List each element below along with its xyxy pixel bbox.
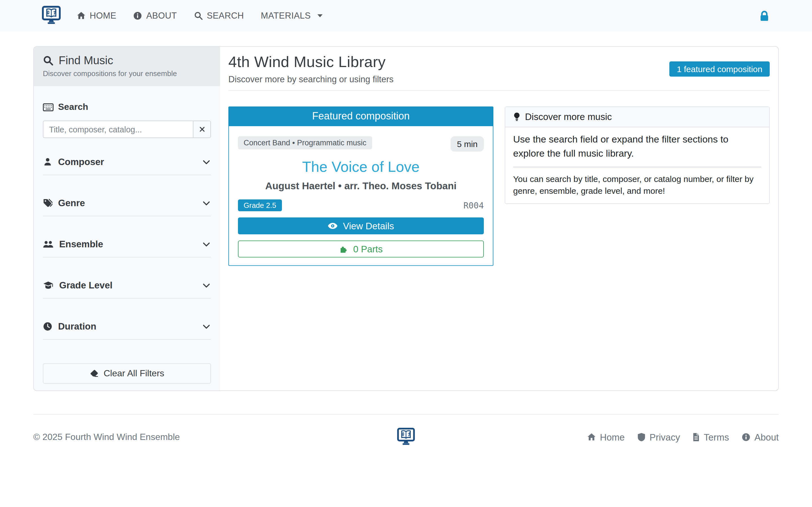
search-input-group bbox=[43, 121, 211, 138]
clear-all-filters-button[interactable]: Clear All Filters bbox=[43, 363, 211, 384]
home-icon bbox=[77, 11, 86, 20]
eraser-icon bbox=[89, 369, 98, 378]
featured-card-body: Concert Band • Programmatic music 5 min … bbox=[229, 126, 493, 265]
footer-link-privacy[interactable]: Privacy bbox=[637, 432, 680, 443]
main-content: 4th Wind Music Library Discover more by … bbox=[220, 47, 778, 390]
view-details-button[interactable]: View Details bbox=[238, 217, 484, 234]
filter-grade-level[interactable]: Grade Level bbox=[43, 280, 211, 298]
info-circle-icon bbox=[742, 433, 751, 442]
clear-all-filters-label: Clear All Filters bbox=[103, 369, 164, 379]
puzzle-piece-icon bbox=[339, 244, 348, 253]
discover-divider bbox=[513, 167, 761, 168]
filter-label: Genre bbox=[58, 198, 196, 209]
filter-duration[interactable]: Duration bbox=[43, 321, 211, 340]
clear-search-button[interactable] bbox=[193, 121, 211, 138]
footer-link-label: Privacy bbox=[650, 432, 680, 443]
footer-link-home[interactable]: Home bbox=[587, 432, 625, 443]
chevron-down-icon bbox=[202, 281, 211, 290]
discover-card-header: Discover more music bbox=[505, 107, 769, 127]
monitor-book-logo-icon bbox=[396, 428, 416, 447]
navbar: HOME ABOUT SEARCH MATERIALS bbox=[0, 0, 812, 32]
file-text-icon bbox=[693, 433, 700, 442]
keyboard-icon bbox=[43, 103, 54, 111]
lightbulb-icon bbox=[513, 112, 520, 122]
nav-item-materials-dropdown[interactable]: MATERIALS bbox=[261, 11, 323, 21]
composition-composer: August Haertel • arr. Theo. Moses Tobani bbox=[238, 180, 484, 192]
chevron-down-icon bbox=[202, 322, 211, 331]
category-badge: Concert Band • Programmatic music bbox=[238, 136, 372, 149]
nav-item-label: ABOUT bbox=[146, 11, 177, 21]
find-music-sidebar: Find Music Discover compositions for you… bbox=[34, 47, 220, 390]
sidebar-body: Search Composer bbox=[34, 86, 220, 390]
nav-item-about[interactable]: ABOUT bbox=[133, 11, 177, 21]
nav-item-home[interactable]: HOME bbox=[77, 11, 116, 21]
grade-badge: Grade 2.5 bbox=[238, 200, 282, 211]
nav-item-label: HOME bbox=[90, 11, 116, 21]
shield-icon bbox=[637, 433, 646, 442]
filter-list: Composer Genre bbox=[43, 157, 211, 362]
filter-label: Composer bbox=[58, 157, 196, 167]
composition-title: The Voice of Love bbox=[238, 158, 484, 176]
parts-button[interactable]: 0 Parts bbox=[238, 240, 484, 258]
sidebar-title: Find Music bbox=[59, 54, 113, 67]
footer-link-about[interactable]: About bbox=[742, 432, 779, 443]
featured-count-badge: 1 featured composition bbox=[669, 61, 770, 76]
chevron-down-icon bbox=[202, 199, 211, 208]
filter-label: Duration bbox=[58, 321, 196, 332]
chevron-down-icon bbox=[202, 158, 211, 166]
catalog-number: R004 bbox=[463, 200, 484, 210]
filter-label: Grade Level bbox=[59, 280, 196, 291]
home-icon bbox=[587, 433, 596, 442]
discover-note-text: You can search by title, composer, or ca… bbox=[513, 173, 761, 197]
featured-card-header: Featured composition bbox=[229, 107, 493, 126]
footer-link-label: Terms bbox=[704, 432, 729, 443]
search-input[interactable] bbox=[43, 121, 193, 138]
users-icon bbox=[43, 240, 54, 248]
copyright-text: © 2025 Fourth Wind Wind Ensemble bbox=[33, 432, 396, 442]
filter-label: Ensemble bbox=[59, 239, 196, 249]
lock-icon bbox=[758, 10, 770, 22]
lock-button[interactable] bbox=[758, 10, 770, 22]
info-circle-icon bbox=[133, 11, 142, 20]
content-wrapper: Find Music Discover compositions for you… bbox=[33, 46, 779, 391]
discover-header-label: Discover more music bbox=[525, 112, 612, 122]
featured-composition-card: Featured composition Concert Band • Prog… bbox=[229, 107, 493, 266]
user-icon bbox=[43, 157, 52, 167]
footer-link-label: About bbox=[755, 432, 779, 443]
filter-genre[interactable]: Genre bbox=[43, 198, 211, 216]
sidebar-header: Find Music Discover compositions for you… bbox=[34, 47, 220, 86]
monitor-book-logo-icon bbox=[42, 6, 61, 26]
discover-card-body: Use the search field or expand the filte… bbox=[505, 127, 769, 204]
search-icon bbox=[194, 11, 203, 20]
chevron-down-icon bbox=[202, 240, 211, 249]
view-details-label: View Details bbox=[343, 221, 394, 231]
graduation-cap-icon bbox=[43, 281, 54, 290]
sidebar-subtitle: Discover compositions for your ensemble bbox=[43, 69, 211, 78]
filter-ensemble[interactable]: Ensemble bbox=[43, 239, 211, 258]
footer-link-label: Home bbox=[600, 432, 625, 443]
search-icon bbox=[43, 55, 54, 66]
nav-item-label: MATERIALS bbox=[261, 11, 311, 21]
search-section-label: Search bbox=[58, 102, 88, 112]
nav-item-search[interactable]: SEARCH bbox=[194, 11, 244, 21]
header-divider bbox=[229, 90, 770, 91]
filter-composer[interactable]: Composer bbox=[43, 157, 211, 175]
page: HOME ABOUT SEARCH MATERIALS bbox=[0, 0, 812, 507]
caret-down-icon bbox=[317, 13, 323, 18]
footer: © 2025 Fourth Wind Wind Ensemble Home bbox=[33, 414, 779, 447]
duration-badge: 5 min bbox=[451, 136, 484, 152]
tags-icon bbox=[43, 198, 52, 208]
discover-more-card: Discover more music Use the search field… bbox=[505, 107, 770, 204]
nav-item-label: SEARCH bbox=[207, 11, 244, 21]
footer-link-terms[interactable]: Terms bbox=[693, 432, 729, 443]
brand-logo-link[interactable] bbox=[42, 6, 61, 26]
eye-icon bbox=[328, 223, 338, 229]
close-icon bbox=[198, 126, 206, 133]
discover-lead-text: Use the search field or expand the filte… bbox=[513, 133, 761, 161]
footer-links: Home Privacy Terms bbox=[416, 432, 779, 443]
clock-icon bbox=[43, 322, 52, 331]
parts-label: 0 Parts bbox=[353, 244, 383, 255]
